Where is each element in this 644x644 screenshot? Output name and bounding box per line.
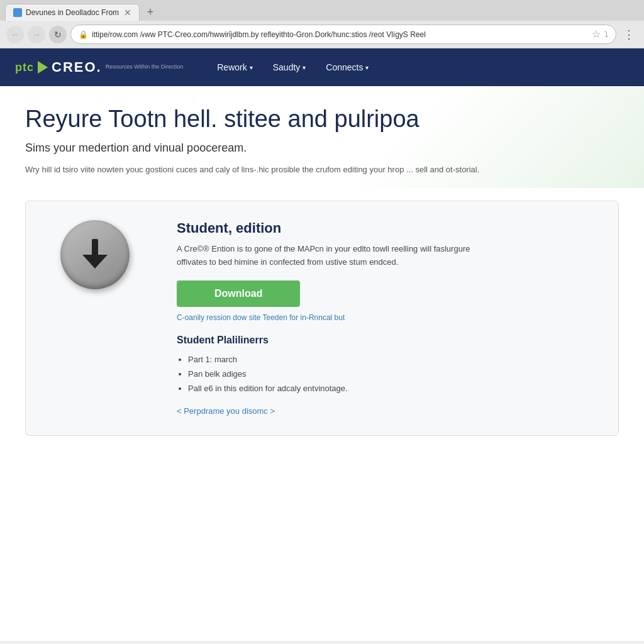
extensions-button[interactable]: ⋮ (620, 26, 638, 43)
card-link[interactable]: C-oanily ression dow site Teeden for in-… (177, 313, 599, 322)
features-title: Student Plalilinerrs (177, 335, 599, 346)
download-icon (60, 220, 130, 289)
tab-favicon (13, 8, 22, 17)
active-tab[interactable]: Devunes in Deolladoc From ✕ (5, 4, 140, 21)
list-item: Pall e6 in this edition for adcaly entvi… (188, 381, 599, 396)
logo-ptc: ptc (15, 61, 34, 74)
bookmark-icon[interactable]: ☆ (592, 28, 601, 40)
svg-marker-0 (38, 61, 48, 74)
chevron-down-icon: ▾ (303, 64, 306, 71)
download-arrow-icon (76, 236, 114, 274)
nav-rework[interactable]: Rework ▾ (208, 57, 261, 77)
browser-menu-area: ⋮ (620, 26, 638, 43)
lock-icon: 🔒 (79, 30, 88, 39)
nav-links: Rework ▾ Saudty ▾ Connects ▾ (208, 57, 377, 77)
svg-marker-2 (82, 255, 108, 269)
download-icon-area (45, 220, 145, 289)
refresh-button[interactable]: ↻ (49, 26, 67, 43)
chevron-down-icon: ▾ (250, 64, 253, 71)
more-link[interactable]: < Perpdrame you disomc > (177, 406, 275, 416)
hero-subtitle: Sims your medertion and vinual pooceream… (25, 142, 619, 155)
svg-rect-1 (92, 239, 98, 257)
tab-close-button[interactable]: ✕ (124, 8, 131, 17)
list-item: Part 1: march (188, 352, 599, 367)
back-button[interactable]: ← (6, 26, 24, 43)
features-list: Part 1: march Pan belk adiges Pall e6 in… (177, 352, 599, 396)
chevron-down-icon: ▾ (365, 64, 369, 71)
logo[interactable]: ptc CREO. Resources Within the Direction (15, 58, 183, 76)
download-button[interactable]: Download (177, 280, 300, 307)
logo-arrow-icon (34, 58, 52, 76)
card-section: Student, edition A Cre©® Ention is to go… (0, 188, 644, 448)
list-item: Pan belk adiges (188, 367, 599, 381)
tab-title: Devunes in Deolladoc From (26, 8, 119, 17)
address-bar: ← → ↻ 🔒 ittipe/row.com /ᵲww PTC·Creo.com… (0, 21, 644, 48)
url-bar[interactable]: 🔒 ittipe/row.com /ᵲww PTC·Creo.com/hwwir… (70, 25, 616, 44)
new-tab-button[interactable]: + (142, 4, 158, 21)
site-navbar: ptc CREO. Resources Within the Direction… (0, 48, 644, 86)
nav-connects[interactable]: Connects ▾ (317, 57, 377, 77)
card-title: Student, edition (177, 220, 599, 236)
forward-button[interactable]: → (28, 26, 45, 43)
tab-bar: Devunes in Deolladoc From ✕ + (0, 0, 644, 21)
browser-chrome: Devunes in Deolladoc From ✕ + ← → ↻ 🔒 it… (0, 0, 644, 48)
card-description: A Cre©® Ention is to gone of the MAPcn i… (177, 243, 491, 269)
download-card: Student, edition A Cre©® Ention is to go… (25, 201, 619, 436)
nav-saudty[interactable]: Saudty ▾ (264, 57, 315, 77)
hero-title: Reyure Tootn hell. stitee and pulripoa (25, 105, 619, 134)
url-text: ittipe/row.com /ᵲww PTC·Creo.com/hwwirίj… (92, 30, 588, 39)
hero-body: Wry hill id tsiro viite nowten youc gost… (25, 164, 604, 176)
card-content: Student, edition A Cre©® Ention is to go… (177, 220, 599, 416)
profile-icon: ⤵ (604, 30, 608, 39)
logo-subtitle: Resources Within the Direction (106, 64, 184, 70)
webpage: ptc CREO. Resources Within the Direction… (0, 48, 644, 641)
logo-creo: CREO. (52, 59, 102, 75)
hero-section: Reyure Tootn hell. stitee and pulripoa S… (0, 86, 644, 188)
